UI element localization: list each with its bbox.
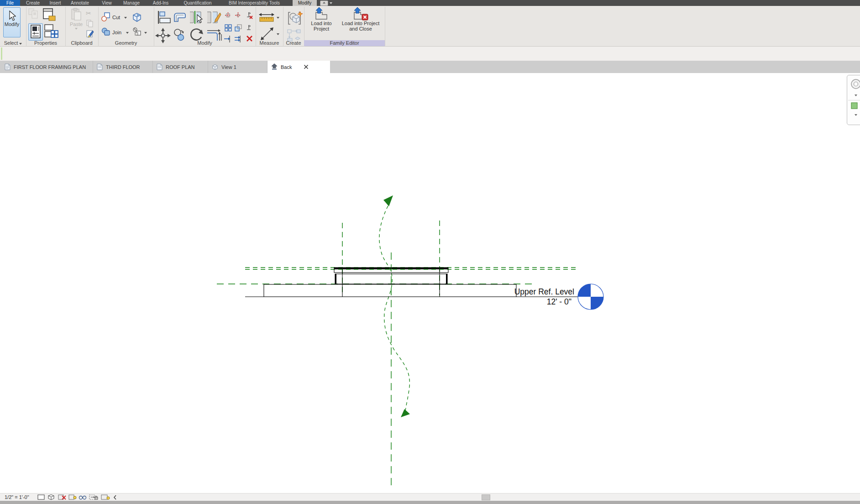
elevation-view-icon bbox=[271, 63, 278, 70]
copy-to-clipboard-icon[interactable] bbox=[86, 20, 94, 28]
paste-icon bbox=[71, 8, 82, 21]
navbar-divider bbox=[848, 100, 860, 100]
temporary-hide-isolate-icon[interactable] bbox=[79, 494, 87, 500]
load-into-project-button[interactable]: Load into Project bbox=[307, 7, 336, 31]
pin-icon[interactable] bbox=[246, 25, 252, 31]
load-into-project-icon bbox=[315, 7, 328, 21]
chevron-down-icon[interactable] bbox=[124, 17, 127, 19]
family-category-button[interactable] bbox=[42, 8, 56, 22]
tab-quantification[interactable]: Quantification bbox=[177, 0, 218, 6]
cut-geometry-label[interactable]: Cut bbox=[112, 15, 120, 20]
load-into-project-label: Load into Project bbox=[308, 21, 335, 31]
crop-view-icon[interactable] bbox=[58, 494, 66, 500]
tab-create[interactable]: Create bbox=[22, 0, 44, 6]
beam-column-joins-icon[interactable] bbox=[132, 27, 142, 37]
cut-to-clipboard-icon[interactable]: ✂ bbox=[86, 10, 91, 17]
chevron-down-icon bbox=[19, 43, 22, 45]
tab-file[interactable]: File bbox=[0, 0, 20, 6]
revit-window: File Create Insert Annotate View Manage … bbox=[0, 0, 860, 504]
copy-icon[interactable] bbox=[173, 28, 186, 42]
family-types-icon[interactable] bbox=[28, 8, 40, 22]
view-tab-label: ROOF PLAN bbox=[166, 64, 195, 70]
create-similar-icon[interactable] bbox=[287, 29, 302, 42]
close-icon[interactable] bbox=[304, 64, 309, 69]
steering-wheel-icon[interactable] bbox=[850, 78, 860, 90]
chevron-down-icon[interactable] bbox=[144, 32, 147, 34]
paste-button[interactable]: Paste bbox=[68, 8, 84, 30]
tab-insert[interactable]: Insert bbox=[46, 0, 65, 6]
view-tab-bar: FIRST FLOOR FRAMING PLAN THIRD FLOOR ROO… bbox=[0, 61, 860, 73]
tab-bim-interoperability-tools[interactable]: BIM Interoperability Tools bbox=[220, 0, 288, 6]
view-tab-view-1[interactable]: View 1 bbox=[208, 61, 267, 73]
view-tab-label: FIRST FLOOR FRAMING PLAN bbox=[14, 64, 86, 70]
ribbon-tab-bar: File Create Insert Annotate View Manage … bbox=[0, 0, 860, 6]
drawing-area[interactable]: Upper Ref. Level 12' - 0" bbox=[0, 73, 860, 493]
cut-geometry-icon[interactable] bbox=[101, 12, 111, 22]
plan-view-icon bbox=[157, 63, 163, 70]
unpin-icon[interactable] bbox=[245, 11, 253, 19]
zoom-region-icon[interactable] bbox=[851, 102, 858, 110]
chevron-down-icon[interactable] bbox=[855, 94, 857, 96]
panel-label-family-editor: Family Editor bbox=[304, 40, 385, 46]
chevron-down-icon[interactable] bbox=[277, 33, 279, 35]
level-elevation-label[interactable]: 12' - 0" bbox=[547, 297, 572, 306]
view-tab-label: THIRD FLOOR bbox=[106, 64, 140, 70]
base-slab[interactable] bbox=[264, 284, 516, 297]
chevron-down-icon[interactable] bbox=[277, 17, 279, 19]
modify-button-label: Modify bbox=[5, 21, 19, 27]
match-type-properties-icon[interactable] bbox=[86, 30, 94, 39]
paste-label: Paste bbox=[70, 21, 83, 27]
tab-add-ins[interactable]: Add-Ins bbox=[149, 0, 173, 6]
align-icon[interactable] bbox=[157, 10, 172, 24]
3d-view-icon bbox=[212, 64, 218, 70]
tab-annotate[interactable]: Annotate bbox=[67, 0, 93, 6]
chevron-down-icon[interactable] bbox=[126, 32, 129, 34]
measure-ruler-icon[interactable] bbox=[258, 11, 275, 23]
offset-icon[interactable] bbox=[173, 10, 187, 24]
load-into-project-and-close-button[interactable]: Load into Project and Close bbox=[339, 7, 383, 31]
view-tab-roof-plan[interactable]: ROOF PLAN bbox=[153, 61, 208, 73]
view-tab-back[interactable]: Back bbox=[267, 61, 330, 73]
options-bar bbox=[0, 47, 860, 61]
modify-select-button[interactable]: Modify bbox=[3, 7, 21, 37]
chevron-down-icon[interactable] bbox=[855, 114, 857, 116]
tab-view[interactable]: View bbox=[98, 0, 116, 6]
chevron-down-icon bbox=[75, 28, 78, 30]
ribbon-display-toggle[interactable] bbox=[320, 0, 332, 5]
detail-level-icon[interactable] bbox=[37, 494, 45, 500]
create-group-icon[interactable] bbox=[287, 10, 303, 27]
tab-modify[interactable]: Modify bbox=[293, 0, 317, 6]
family-types-dialog-icon[interactable] bbox=[44, 24, 59, 40]
join-geometry-label[interactable]: Join bbox=[112, 30, 121, 35]
view-scale-label[interactable]: 1/2" = 1'-0" bbox=[5, 494, 29, 500]
reveal-hidden-elements-icon[interactable] bbox=[101, 494, 110, 500]
level-name-label[interactable]: Upper Ref. Level bbox=[514, 287, 574, 296]
properties-button[interactable] bbox=[28, 23, 43, 41]
panel-label-select[interactable]: Select bbox=[0, 40, 26, 46]
panel-label-measure: Measure bbox=[256, 40, 283, 46]
split-with-gap-icon[interactable] bbox=[206, 10, 222, 25]
scale-icon[interactable] bbox=[235, 24, 242, 31]
join-geometry-icon[interactable] bbox=[101, 27, 111, 37]
cope-icon[interactable] bbox=[225, 12, 231, 19]
measure-between-refs-icon[interactable] bbox=[259, 26, 275, 42]
crop-lock-icon[interactable] bbox=[89, 494, 98, 500]
split-element-icon[interactable] bbox=[189, 10, 205, 25]
visual-style-icon[interactable] bbox=[47, 494, 55, 500]
tab-manage[interactable]: Manage bbox=[120, 0, 143, 6]
load-into-project-and-close-label: Load into Project and Close bbox=[339, 21, 383, 31]
show-crop-region-icon[interactable] bbox=[68, 494, 77, 500]
view-tab-first-floor-framing-plan[interactable]: FIRST FLOOR FRAMING PLAN bbox=[1, 61, 93, 73]
remove-coping-icon[interactable] bbox=[235, 12, 241, 19]
view-tab-label: Back bbox=[281, 64, 292, 70]
view-tab-label: View 1 bbox=[221, 64, 236, 70]
level-head-symbol[interactable] bbox=[578, 284, 603, 310]
panel-label-clipboard: Clipboard bbox=[65, 40, 98, 46]
horizontal-scrollbar-thumb[interactable] bbox=[482, 494, 490, 500]
array-icon[interactable] bbox=[225, 24, 232, 31]
panel-label-create: Create bbox=[283, 40, 304, 46]
reference-spline[interactable] bbox=[379, 206, 409, 411]
show-hide-geometry-icon[interactable] bbox=[131, 12, 142, 23]
view-tab-third-floor[interactable]: THIRD FLOOR bbox=[93, 61, 153, 73]
chevron-left-icon[interactable] bbox=[113, 495, 117, 500]
